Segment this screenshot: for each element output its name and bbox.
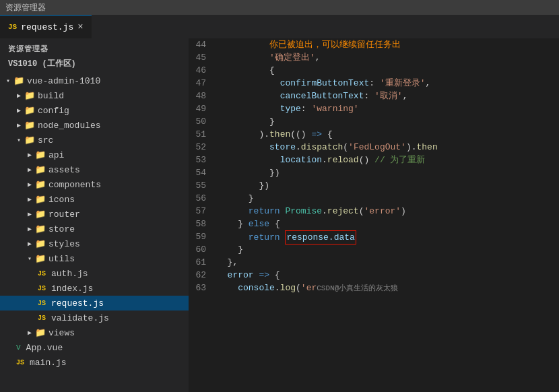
- folder-icon: 📁: [24, 135, 35, 145]
- code-line-62: error => {: [217, 269, 559, 282]
- code-line-52: store.dispatch('FedLogOut').then: [217, 141, 559, 154]
- arrow-icon: ▶: [24, 166, 35, 174]
- tab-label: request.js: [21, 22, 73, 32]
- sidebar-item-mainjs[interactable]: JS main.js: [0, 355, 189, 370]
- line-numbers: 44 45 46 47 48 49 50 51 52 53 54 55 56 5…: [189, 38, 214, 392]
- title-bar: 资源管理器: [0, 0, 559, 15]
- folder-icon: 📁: [35, 224, 46, 234]
- sidebar-item-label: store: [48, 224, 189, 234]
- sidebar-item-index[interactable]: JS index.js: [0, 281, 189, 296]
- sidebar-item-auth[interactable]: JS auth.js: [0, 266, 189, 281]
- folder-icon: 📁: [35, 164, 46, 175]
- sidebar-item-build[interactable]: ▶ 📁 build: [0, 88, 189, 103]
- sidebar-item-api[interactable]: ▶ 📁 api: [0, 148, 189, 162]
- js-file-icon: JS: [38, 300, 46, 307]
- sidebar-workspace: VS1010 (工作区): [0, 57, 189, 73]
- arrow-icon: ▶: [13, 121, 24, 129]
- js-file-icon: JS: [38, 315, 46, 322]
- sidebar-item-views[interactable]: ▶ 📁 views: [0, 325, 189, 340]
- folder-icon: 📁: [35, 327, 46, 338]
- sidebar-item-label: request.js: [51, 298, 189, 308]
- code-line-60: }: [217, 243, 559, 256]
- folder-icon: 📁: [35, 238, 46, 249]
- code-line-61: },: [217, 256, 559, 269]
- code-line-59: return response.data: [217, 230, 559, 243]
- code-line-51: ).then(() => {: [217, 128, 559, 141]
- arrow-icon: ▾: [13, 136, 24, 144]
- sidebar-item-label: api: [48, 150, 189, 160]
- sidebar-item-label: utils: [48, 254, 189, 264]
- sidebar-item-label: validate.js: [51, 313, 189, 323]
- folder-icon: 📁: [35, 194, 46, 205]
- sidebar-item-assets[interactable]: ▶ 📁 assets: [0, 162, 189, 177]
- code-line-63: console.log('erCSDN@小真生活的灰太狼: [217, 282, 559, 294]
- title-bar-text: 资源管理器: [5, 2, 46, 13]
- folder-icon: 📁: [35, 209, 46, 220]
- tab-close-button[interactable]: ×: [77, 22, 83, 32]
- code-line-54: }): [217, 166, 559, 179]
- sidebar-item-label: src: [38, 135, 189, 145]
- arrow-icon: ▶: [13, 92, 24, 100]
- code-line-46: {: [217, 64, 559, 77]
- code-container: 44 45 46 47 48 49 50 51 52 53 54 55 56 5…: [189, 38, 559, 392]
- folder-icon: 📁: [24, 120, 35, 131]
- arrow-icon: ▶: [24, 195, 35, 203]
- folder-icon: 📁: [35, 150, 46, 160]
- code-line-48: cancelButtonText: '取消',: [217, 90, 559, 102]
- js-file-icon: JS: [38, 285, 46, 292]
- sidebar-item-label: assets: [48, 165, 189, 175]
- arrow-icon: ▶: [24, 181, 35, 189]
- arrow-icon: ▶: [24, 225, 35, 233]
- sidebar-title: 资源管理器: [0, 38, 189, 57]
- sidebar-item-vue-admin[interactable]: ▾ 📁 vue-admin-1010: [0, 73, 189, 88]
- code-line-47: confirmButtonText: '重新登录',: [217, 77, 559, 90]
- sidebar-item-label: config: [38, 106, 189, 116]
- editor-area: 44 45 46 47 48 49 50 51 52 53 54 55 56 5…: [189, 38, 559, 392]
- code-line-53: location.reload() // 为了重新: [217, 154, 559, 166]
- tab-request-js[interactable]: JS request.js ×: [0, 15, 92, 38]
- sidebar-item-label: router: [48, 209, 189, 220]
- sidebar-item-label: App.vue: [26, 343, 189, 353]
- arrow-icon: ▶: [24, 151, 35, 159]
- arrow-icon: ▶: [13, 106, 24, 115]
- js-file-icon: JS: [16, 359, 24, 366]
- tab-js-icon: JS: [8, 23, 17, 31]
- folder-icon: 📁: [35, 253, 46, 264]
- sidebar-item-label: node_modules: [38, 121, 189, 131]
- folder-icon: 📁: [24, 105, 35, 116]
- arrow-icon: ▾: [24, 255, 35, 263]
- sidebar-item-router[interactable]: ▶ 📁 router: [0, 207, 189, 222]
- code-line-44: 你已被迫出，可以继续留任任务出: [217, 38, 559, 51]
- sidebar-item-config[interactable]: ▶ 📁 config: [0, 103, 189, 118]
- code-line-45: '确定登出',: [217, 51, 559, 64]
- sidebar-item-request[interactable]: JS request.js: [0, 296, 189, 311]
- tab-bar: JS request.js ×: [0, 15, 559, 38]
- js-file-icon: JS: [38, 270, 46, 277]
- sidebar-item-label: styles: [48, 239, 189, 249]
- sidebar-item-validate[interactable]: JS validate.js: [0, 311, 189, 325]
- code-line-56: }: [217, 192, 559, 205]
- highlighted-expression: response.data: [285, 230, 356, 244]
- code-line-50: }: [217, 115, 559, 128]
- sidebar-item-src[interactable]: ▾ 📁 src: [0, 133, 189, 148]
- arrow-icon: ▾: [3, 77, 13, 85]
- sidebar-item-components[interactable]: ▶ 📁 components: [0, 177, 189, 192]
- sidebar-item-label: icons: [48, 195, 189, 205]
- sidebar-item-utils[interactable]: ▾ 📁 utils: [0, 251, 189, 266]
- arrow-icon: ▶: [24, 240, 35, 248]
- sidebar-item-appvue[interactable]: V App.vue: [0, 340, 189, 355]
- sidebar-item-icons[interactable]: ▶ 📁 icons: [0, 192, 189, 207]
- code-editor[interactable]: 你已被迫出，可以继续留任任务出 '确定登出', { confirmButtonT…: [214, 38, 559, 392]
- arrow-icon: ▶: [24, 210, 35, 218]
- sidebar-item-label: components: [48, 180, 189, 190]
- sidebar-item-node-modules[interactable]: ▶ 📁 node_modules: [0, 118, 189, 133]
- sidebar-item-label: index.js: [51, 284, 189, 294]
- vue-file-icon: V: [16, 344, 21, 352]
- code-line-58: } else {: [217, 218, 559, 230]
- sidebar-item-styles[interactable]: ▶ 📁 styles: [0, 236, 189, 251]
- code-line-55: }): [217, 179, 559, 192]
- sidebar-item-label: main.js: [30, 358, 189, 368]
- folder-icon: 📁: [24, 90, 35, 101]
- sidebar-item-store[interactable]: ▶ 📁 store: [0, 222, 189, 236]
- code-line-49: type: 'warning': [217, 102, 559, 115]
